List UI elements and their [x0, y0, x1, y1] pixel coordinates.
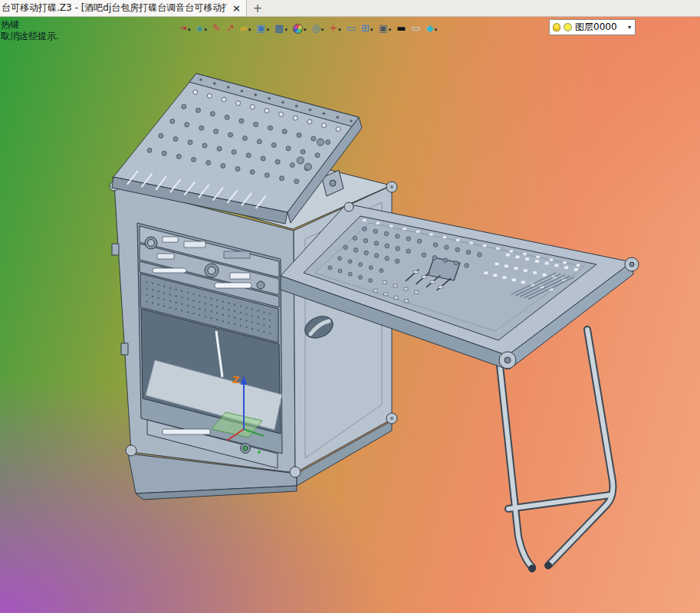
jog-knob-cap: [208, 267, 215, 274]
background-dark-icon: ▬: [396, 21, 406, 35]
panel-handle-slot: [153, 268, 186, 273]
bumper-screw: [390, 417, 393, 420]
latch-knob: [330, 180, 336, 186]
dropdown-arrow-icon[interactable]: ▾: [321, 25, 324, 36]
screen-display-icon-button[interactable]: ▣▾: [378, 21, 391, 36]
window-select-icon: ▭: [347, 21, 356, 35]
layer-name-label: 图层0000: [575, 21, 617, 34]
document-tab[interactable]: 台可移动打碟.Z3 - [酒吧dj台包房打碟台调音台可移动打碟] ×: [0, 0, 247, 16]
datum-plane-icon: ▰: [240, 21, 248, 35]
case-hinge: [121, 343, 128, 355]
align-view-icon: ⊞: [361, 21, 370, 35]
layer-visibility-bulb-icon[interactable]: [553, 23, 560, 31]
dropdown-arrow-icon[interactable]: ▾: [188, 25, 191, 36]
wireframe-display-icon-button[interactable]: ▩▾: [274, 21, 288, 36]
dropdown-arrow-icon[interactable]: ▾: [435, 25, 438, 36]
dropdown-arrow-icon[interactable]: ▾: [389, 25, 392, 36]
datum-plane-icon-button[interactable]: ▰▾: [240, 21, 251, 36]
unit-display: [163, 237, 178, 242]
corner-bumper: [126, 445, 136, 456]
background-dark-icon-button[interactable]: ▬: [396, 21, 406, 36]
align-view-icon-button[interactable]: ⊞▾: [361, 21, 373, 36]
hint-overlay: 热键 取消这些提示.: [1, 19, 59, 42]
unit-display: [230, 273, 250, 279]
layer-combo[interactable]: 图层0000 ▾: [549, 19, 636, 35]
datum-point-icon: ◈: [196, 21, 203, 35]
import-view-icon-button[interactable]: ⇥▾: [179, 21, 190, 36]
corner-bumper: [344, 202, 353, 211]
shaded-display-icon: ▣: [256, 21, 265, 35]
background-light-icon: ▭: [412, 21, 421, 35]
wireframe-display-icon: ▩: [274, 21, 284, 35]
render-material-icon: ◆: [426, 21, 434, 35]
dropdown-arrow-icon[interactable]: ▾: [304, 25, 307, 36]
window-select-icon-button[interactable]: ▭: [347, 21, 356, 36]
direction-arrow-icon-button[interactable]: ↗: [226, 21, 235, 36]
bumper-screw: [629, 262, 634, 267]
power-led: [243, 446, 248, 451]
unit-display: [157, 254, 174, 259]
render-material-icon-button[interactable]: ◆▾: [426, 21, 438, 36]
viewport-canvas[interactable]: Z: [0, 17, 700, 613]
dropdown-arrow-icon[interactable]: ▾: [267, 25, 270, 36]
jog-knob-cap: [148, 240, 155, 247]
import-view-icon: ⇥: [179, 21, 187, 35]
unit-display: [163, 429, 210, 434]
direction-arrow-icon: ↗: [226, 21, 235, 35]
hint-line-1: 热键: [1, 19, 59, 31]
dropdown-arrow-icon[interactable]: ▾: [248, 25, 251, 36]
background-light-icon-button[interactable]: ▭: [412, 21, 421, 36]
graphics-toolbar: ⇥▾◈▾✎↗▰▾▣▾▩▾▾◎▾+▾▭⊞▾▣▾▬▭◆▾: [179, 20, 437, 37]
case-hinge: [112, 244, 119, 255]
z-axis-label: Z: [232, 374, 239, 385]
dropdown-arrow-icon[interactable]: ▾: [204, 25, 207, 36]
unit-knob[interactable]: [257, 281, 265, 289]
graphics-viewport[interactable]: Z ⇥▾◈▾✎↗▰▾▣▾▩▾▾◎▾+▾▭⊞▾▣▾▬▭◆▾ 图层0000 ▾ 热键…: [0, 17, 700, 613]
leg-foot-cap: [529, 565, 536, 572]
unit-panel-inset: [224, 251, 250, 258]
dropdown-arrow-icon[interactable]: ▾: [338, 25, 341, 36]
zoom-icon-button[interactable]: ◎▾: [311, 21, 324, 36]
shaded-display-icon-button[interactable]: ▣▾: [256, 21, 269, 36]
tab-bar: 台可移动打碟.Z3 - [酒吧dj台包房打碟台调音台可移动打碟] × +: [0, 0, 700, 17]
corner-bumper: [290, 467, 301, 477]
dropdown-arrow-icon[interactable]: ▾: [370, 25, 373, 36]
new-tab-button[interactable]: +: [247, 0, 268, 16]
hint-line-2: 取消这些提示.: [1, 31, 59, 42]
model-3d[interactable]: Z: [110, 74, 639, 572]
pan-target-icon: +: [329, 21, 337, 35]
color-wheel-icon: [293, 24, 303, 34]
pan-target-icon-button[interactable]: +▾: [329, 21, 340, 36]
datum-point-icon-button[interactable]: ◈▾: [196, 21, 207, 36]
leg-foot-cap: [545, 562, 552, 569]
bumper-screw: [504, 357, 511, 363]
tab-title: 台可移动打碟.Z3 - [酒吧dj台包房打碟台调音台可移动打碟]: [2, 2, 227, 15]
layer-dropdown-arrow-icon[interactable]: ▾: [628, 24, 631, 31]
power-led: [258, 451, 261, 454]
sketch-edit-icon: ✎: [212, 21, 221, 35]
unit-display: [184, 241, 205, 247]
layer-color-swatch-icon[interactable]: [564, 23, 572, 31]
bumper-screw: [390, 185, 393, 188]
tab-close-icon[interactable]: ×: [232, 3, 241, 13]
table-leg-frame[interactable]: [499, 329, 613, 572]
sketch-edit-icon-button[interactable]: ✎: [212, 21, 221, 36]
color-wheel-icon-button[interactable]: ▾: [293, 21, 307, 36]
panel-handle-slot: [215, 283, 251, 288]
screen-display-icon: ▣: [378, 21, 387, 35]
zoom-icon: ◎: [311, 21, 320, 35]
dropdown-arrow-icon[interactable]: ▾: [284, 25, 288, 36]
